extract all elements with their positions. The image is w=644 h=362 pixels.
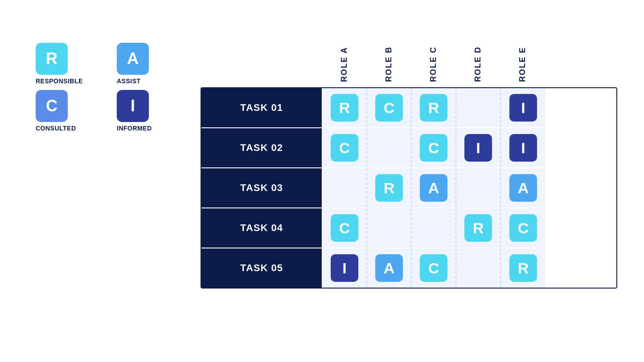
cell-badge-r: R	[375, 174, 403, 202]
role-data-cell: A	[501, 168, 546, 207]
cell-badge-i: I	[509, 94, 537, 122]
matrix-section: ROLE AROLE BROLE CROLE DROLE E TASK 01RC…	[201, 32, 617, 289]
cell-badge-a: A	[420, 174, 447, 202]
cell-badge-c: C	[420, 254, 447, 282]
legend-label-c: CONSULTED	[36, 125, 76, 132]
legend-badge-c: C	[36, 90, 68, 122]
role-header-role-e: ROLE E	[500, 32, 545, 85]
role-data-cell: C	[412, 128, 456, 167]
matrix-row: TASK 02CCII	[201, 128, 616, 168]
role-data-cell: A	[367, 248, 412, 288]
role-header-role-c: ROLE C	[411, 32, 455, 85]
matrix-row: TASK 04CRC	[201, 208, 616, 248]
legend-item-r: R RESPONSIBLE	[36, 43, 106, 85]
role-cells: IACR	[323, 248, 616, 288]
role-data-cell: I	[456, 128, 501, 167]
cell-badge-i: I	[509, 134, 537, 162]
role-header-row: ROLE AROLE BROLE CROLE DROLE E	[322, 32, 617, 85]
matrix-row: TASK 01RCRI	[201, 88, 616, 128]
role-data-cell: R	[367, 168, 412, 207]
role-header-text: ROLE A	[340, 47, 349, 82]
cell-badge-c: C	[331, 134, 358, 162]
role-data-cell	[456, 248, 501, 288]
legend-badge-r: R	[36, 43, 68, 75]
cell-badge-i: I	[331, 254, 358, 282]
role-data-cell: R	[456, 208, 501, 248]
matrix-row: TASK 05IACR	[201, 248, 616, 288]
role-data-cell: I	[323, 248, 367, 288]
role-header-role-b: ROLE B	[366, 32, 411, 85]
role-data-cell: R	[501, 248, 546, 288]
cell-badge-r: R	[331, 94, 358, 122]
cell-badge-c: C	[375, 94, 403, 122]
legend-label-r: RESPONSIBLE	[36, 77, 83, 85]
role-data-cell	[456, 168, 501, 207]
task-label: TASK 01	[201, 88, 323, 127]
matrix-body: TASK 01RCRITASK 02CCIITASK 03RAATASK 04C…	[201, 87, 617, 289]
legend-grid: R RESPONSIBLE A ASSIST C CONSULTED I INF…	[36, 43, 187, 132]
cell-badge-c: C	[331, 214, 358, 242]
legend-badge-a: A	[117, 43, 149, 75]
role-data-cell	[456, 88, 501, 127]
cell-badge-r: R	[420, 94, 447, 122]
role-data-cell: C	[323, 128, 367, 167]
task-label: TASK 04	[201, 208, 323, 248]
role-header-text: ROLE B	[384, 46, 394, 82]
role-data-cell: A	[412, 168, 456, 207]
role-cells: RCRI	[323, 88, 616, 127]
legend-label-a: ASSIST	[117, 77, 141, 85]
main-content: R RESPONSIBLE A ASSIST C CONSULTED I INF…	[0, 23, 644, 297]
matrix-container: ROLE AROLE BROLE CROLE DROLE E TASK 01RC…	[201, 32, 617, 289]
matrix-row: TASK 03RAA	[201, 168, 616, 208]
cell-badge-r: R	[464, 214, 492, 242]
role-data-cell: C	[367, 88, 412, 127]
legend-item-c: C CONSULTED	[36, 90, 106, 132]
role-data-cell: R	[323, 88, 367, 127]
cell-badge-r: R	[509, 254, 537, 282]
cell-badge-c: C	[509, 214, 537, 242]
role-cells: CCII	[323, 128, 616, 167]
task-label: TASK 03	[201, 168, 323, 207]
role-header-text: ROLE E	[518, 47, 527, 82]
role-data-cell	[367, 208, 412, 248]
cell-badge-a: A	[509, 174, 537, 202]
role-cells: RAA	[323, 168, 616, 207]
cell-badge-a: A	[375, 254, 403, 282]
role-header-text: ROLE C	[429, 46, 438, 82]
legend-label-i: INFORMED	[117, 125, 152, 132]
role-header-role-a: ROLE A	[322, 32, 366, 85]
role-header-role-d: ROLE D	[455, 32, 500, 85]
legend-item-a: A ASSIST	[117, 43, 187, 85]
role-cells: CRC	[323, 208, 616, 248]
role-data-cell: C	[501, 208, 546, 248]
cell-badge-i: I	[464, 134, 492, 162]
left-panel: R RESPONSIBLE A ASSIST C CONSULTED I INF…	[36, 32, 187, 132]
role-data-cell	[323, 168, 367, 207]
legend-badge-i: I	[117, 90, 149, 122]
cell-badge-c: C	[420, 134, 447, 162]
role-data-cell: C	[412, 248, 456, 288]
role-data-cell: I	[501, 88, 546, 127]
task-label: TASK 05	[201, 248, 323, 288]
role-data-cell: C	[323, 208, 367, 248]
role-data-cell: R	[412, 88, 456, 127]
role-data-cell	[412, 208, 456, 248]
role-data-cell: I	[501, 128, 546, 167]
role-header-text: ROLE D	[473, 46, 483, 82]
task-label: TASK 02	[201, 128, 323, 167]
legend-item-i: I INFORMED	[117, 90, 187, 132]
role-data-cell	[367, 128, 412, 167]
